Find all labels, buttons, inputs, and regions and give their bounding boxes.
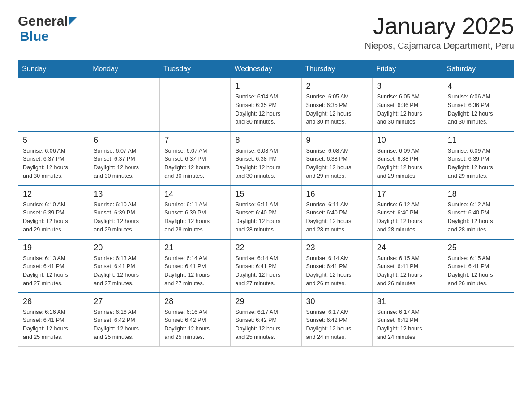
week-row-1: 1Sunrise: 6:04 AM Sunset: 6:35 PM Daylig…: [18, 78, 514, 132]
week-row-5: 26Sunrise: 6:16 AM Sunset: 6:41 PM Dayli…: [18, 293, 514, 347]
day-info: Sunrise: 6:14 AM Sunset: 6:41 PM Dayligh…: [235, 254, 296, 288]
logo-blue-text: Blue: [20, 29, 49, 43]
calendar-cell: 9Sunrise: 6:08 AM Sunset: 6:38 PM Daylig…: [301, 132, 372, 185]
title-section: January 2025 Niepos, Cajamarca Departmen…: [365, 13, 514, 51]
day-info: Sunrise: 6:05 AM Sunset: 6:36 PM Dayligh…: [377, 93, 438, 126]
day-info: Sunrise: 6:12 AM Sunset: 6:40 PM Dayligh…: [448, 201, 509, 234]
day-info: Sunrise: 6:11 AM Sunset: 6:39 PM Dayligh…: [164, 201, 226, 234]
calendar-cell: 4Sunrise: 6:06 AM Sunset: 6:36 PM Daylig…: [443, 78, 514, 132]
calendar-cell: 7Sunrise: 6:07 AM Sunset: 6:37 PM Daylig…: [160, 132, 231, 185]
week-row-3: 12Sunrise: 6:10 AM Sunset: 6:39 PM Dayli…: [18, 185, 514, 239]
calendar-cell: 17Sunrise: 6:12 AM Sunset: 6:40 PM Dayli…: [372, 185, 443, 239]
logo: General Blue: [18, 13, 77, 44]
day-info: Sunrise: 6:06 AM Sunset: 6:36 PM Dayligh…: [448, 93, 509, 126]
day-number: 3: [377, 81, 438, 91]
day-info: Sunrise: 6:17 AM Sunset: 6:42 PM Dayligh…: [306, 308, 368, 342]
calendar-header: SundayMondayTuesdayWednesdayThursdayFrid…: [18, 60, 514, 78]
day-number: 16: [306, 189, 368, 199]
day-number: 14: [164, 189, 226, 199]
week-row-2: 5Sunrise: 6:06 AM Sunset: 6:37 PM Daylig…: [18, 132, 514, 185]
day-info: Sunrise: 6:12 AM Sunset: 6:40 PM Dayligh…: [377, 201, 438, 234]
day-info: Sunrise: 6:17 AM Sunset: 6:42 PM Dayligh…: [377, 308, 438, 342]
calendar-cell: 10Sunrise: 6:09 AM Sunset: 6:38 PM Dayli…: [372, 132, 443, 185]
calendar-cell: [443, 293, 514, 347]
day-number: 29: [235, 297, 296, 306]
calendar-cell: 13Sunrise: 6:10 AM Sunset: 6:39 PM Dayli…: [89, 185, 160, 239]
day-number: 19: [23, 243, 84, 253]
calendar-cell: 20Sunrise: 6:13 AM Sunset: 6:41 PM Dayli…: [89, 239, 160, 293]
day-number: 24: [377, 243, 438, 253]
calendar-cell: 18Sunrise: 6:12 AM Sunset: 6:40 PM Dayli…: [443, 185, 514, 239]
calendar-cell: 25Sunrise: 6:15 AM Sunset: 6:41 PM Dayli…: [443, 239, 514, 293]
calendar-cell: 2Sunrise: 6:05 AM Sunset: 6:35 PM Daylig…: [301, 78, 372, 132]
day-info: Sunrise: 6:13 AM Sunset: 6:41 PM Dayligh…: [23, 254, 84, 288]
day-number: 27: [94, 297, 155, 306]
day-info: Sunrise: 6:14 AM Sunset: 6:41 PM Dayligh…: [164, 254, 226, 288]
header-row: SundayMondayTuesdayWednesdayThursdayFrid…: [18, 60, 514, 78]
header-day-tuesday: Tuesday: [160, 60, 231, 78]
day-info: Sunrise: 6:05 AM Sunset: 6:35 PM Dayligh…: [306, 93, 368, 126]
day-info: Sunrise: 6:09 AM Sunset: 6:39 PM Dayligh…: [448, 147, 509, 180]
day-number: 1: [235, 81, 296, 91]
calendar-cell: 15Sunrise: 6:11 AM Sunset: 6:40 PM Dayli…: [231, 185, 301, 239]
calendar-cell: 19Sunrise: 6:13 AM Sunset: 6:41 PM Dayli…: [18, 239, 89, 293]
logo-general-text: General: [18, 13, 68, 29]
week-row-4: 19Sunrise: 6:13 AM Sunset: 6:41 PM Dayli…: [18, 239, 514, 293]
day-number: 10: [377, 136, 438, 145]
day-number: 7: [164, 136, 226, 145]
day-info: Sunrise: 6:13 AM Sunset: 6:41 PM Dayligh…: [94, 254, 155, 288]
header-day-saturday: Saturday: [443, 60, 514, 78]
day-number: 2: [306, 81, 368, 91]
calendar-cell: 21Sunrise: 6:14 AM Sunset: 6:41 PM Dayli…: [160, 239, 231, 293]
day-number: 11: [448, 136, 509, 145]
day-number: 4: [448, 81, 509, 91]
day-info: Sunrise: 6:11 AM Sunset: 6:40 PM Dayligh…: [306, 201, 368, 234]
day-info: Sunrise: 6:07 AM Sunset: 6:37 PM Dayligh…: [94, 147, 155, 180]
calendar-cell: 5Sunrise: 6:06 AM Sunset: 6:37 PM Daylig…: [18, 132, 89, 185]
day-info: Sunrise: 6:16 AM Sunset: 6:42 PM Dayligh…: [94, 308, 155, 342]
day-info: Sunrise: 6:15 AM Sunset: 6:41 PM Dayligh…: [448, 254, 509, 288]
day-info: Sunrise: 6:14 AM Sunset: 6:41 PM Dayligh…: [306, 254, 368, 288]
calendar-cell: [89, 78, 160, 132]
day-number: 26: [23, 297, 84, 306]
day-number: 30: [306, 297, 368, 306]
calendar-cell: 8Sunrise: 6:08 AM Sunset: 6:38 PM Daylig…: [231, 132, 301, 185]
calendar-cell: 11Sunrise: 6:09 AM Sunset: 6:39 PM Dayli…: [443, 132, 514, 185]
calendar-table: SundayMondayTuesdayWednesdayThursdayFrid…: [18, 60, 514, 347]
day-number: 15: [235, 189, 296, 199]
day-number: 8: [235, 136, 296, 145]
day-info: Sunrise: 6:10 AM Sunset: 6:39 PM Dayligh…: [23, 201, 84, 234]
day-number: 21: [164, 243, 226, 253]
day-info: Sunrise: 6:16 AM Sunset: 6:42 PM Dayligh…: [164, 308, 226, 342]
day-number: 31: [377, 297, 438, 306]
header-day-friday: Friday: [372, 60, 443, 78]
day-info: Sunrise: 6:10 AM Sunset: 6:39 PM Dayligh…: [94, 201, 155, 234]
header-day-thursday: Thursday: [301, 60, 372, 78]
month-title: January 2025: [365, 13, 514, 39]
day-info: Sunrise: 6:16 AM Sunset: 6:41 PM Dayligh…: [23, 308, 84, 342]
calendar-cell: 1Sunrise: 6:04 AM Sunset: 6:35 PM Daylig…: [231, 78, 301, 132]
calendar-cell: 29Sunrise: 6:17 AM Sunset: 6:42 PM Dayli…: [231, 293, 301, 347]
day-number: 9: [306, 136, 368, 145]
day-number: 5: [23, 136, 84, 145]
calendar-cell: 22Sunrise: 6:14 AM Sunset: 6:41 PM Dayli…: [231, 239, 301, 293]
calendar-cell: 30Sunrise: 6:17 AM Sunset: 6:42 PM Dayli…: [301, 293, 372, 347]
calendar-cell: 6Sunrise: 6:07 AM Sunset: 6:37 PM Daylig…: [89, 132, 160, 185]
calendar-cell: 24Sunrise: 6:15 AM Sunset: 6:41 PM Dayli…: [372, 239, 443, 293]
calendar-cell: 31Sunrise: 6:17 AM Sunset: 6:42 PM Dayli…: [372, 293, 443, 347]
day-info: Sunrise: 6:09 AM Sunset: 6:38 PM Dayligh…: [377, 147, 438, 180]
day-info: Sunrise: 6:08 AM Sunset: 6:38 PM Dayligh…: [235, 147, 296, 180]
calendar-cell: 27Sunrise: 6:16 AM Sunset: 6:42 PM Dayli…: [89, 293, 160, 347]
day-info: Sunrise: 6:06 AM Sunset: 6:37 PM Dayligh…: [23, 147, 84, 180]
day-info: Sunrise: 6:08 AM Sunset: 6:38 PM Dayligh…: [306, 147, 368, 180]
calendar-cell: 3Sunrise: 6:05 AM Sunset: 6:36 PM Daylig…: [372, 78, 443, 132]
day-number: 20: [94, 243, 155, 253]
day-info: Sunrise: 6:04 AM Sunset: 6:35 PM Dayligh…: [235, 93, 296, 126]
day-info: Sunrise: 6:11 AM Sunset: 6:40 PM Dayligh…: [235, 201, 296, 234]
calendar-cell: [160, 78, 231, 132]
day-number: 13: [94, 189, 155, 199]
calendar-body: 1Sunrise: 6:04 AM Sunset: 6:35 PM Daylig…: [18, 78, 514, 347]
day-number: 18: [448, 189, 509, 199]
location: Niepos, Cajamarca Department, Peru: [365, 41, 514, 51]
day-info: Sunrise: 6:15 AM Sunset: 6:41 PM Dayligh…: [377, 254, 438, 288]
